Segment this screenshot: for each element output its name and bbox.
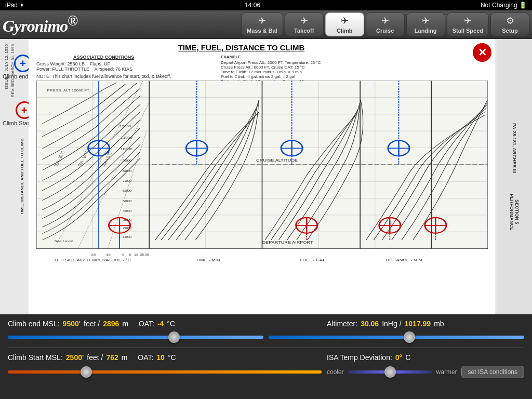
svg-text:35: 35	[144, 253, 149, 256]
altimeter-slider-container	[269, 332, 524, 342]
chart-title-area: TIME, FUEL, DISTANCE TO CLIMB	[29, 43, 454, 52]
climb-start-oat-unit: °C	[168, 353, 176, 362]
isa-slider-container	[348, 367, 432, 377]
section-label: SECTION 5 PERFORMANCE	[509, 194, 520, 231]
chart-area: ✕ TIME, FUEL, DISTANCE TO CLIMB ASSOCIAT…	[29, 39, 496, 314]
climb-end-row: Climb end MSL: 9500' feet / 2896 m OAT: …	[8, 320, 322, 328]
isa-slider-thumb[interactable]	[384, 366, 396, 378]
chart-title: TIME, FUEL, DISTANCE TO CLIMB	[29, 43, 454, 52]
climb-end-feet: 9500'	[63, 320, 81, 328]
climb-start-slider-thumb[interactable]	[81, 366, 92, 378]
altimeter-slider-thumb[interactable]	[404, 331, 415, 343]
tab-landing[interactable]: ✈ Landing	[406, 12, 445, 36]
divider-1	[8, 348, 524, 348]
altimeter-label: Altimeter:	[327, 320, 357, 328]
tab-landing-label: Landing	[415, 28, 437, 34]
tab-mass-bal-icon: ✈	[258, 15, 266, 26]
svg-text:TIME - MIN.: TIME - MIN.	[196, 259, 221, 262]
nav-bar: Gyronimo® ✈ Mass & Bal ✈ Takeoff ✈ Climb…	[0, 10, 532, 39]
tab-mass-bal-label: Mass & Bal	[247, 28, 277, 34]
svg-text:DEPARTURE AIRPORT: DEPARTURE AIRPORT	[262, 241, 313, 244]
tab-climb-label: Climb	[337, 28, 353, 34]
left-sidebar: ISSUED: JULY 12, 1995 REVISED: MARCH 31,…	[0, 39, 29, 314]
svg-text:9000: 9000	[123, 159, 132, 162]
climb-end-slider-container	[8, 332, 263, 342]
climb-start-msl-label: Climb Start MSL:	[8, 353, 63, 362]
tab-takeoff-icon: ✈	[300, 15, 308, 26]
tab-stall-speed-label: Stall Speed	[453, 28, 483, 34]
tab-cruise[interactable]: ✈ Cruise	[366, 12, 405, 36]
svg-text:11000: 11000	[121, 136, 132, 139]
tab-climb[interactable]: ✈ Climb	[325, 12, 364, 36]
logo-reg: ®	[68, 13, 77, 29]
control-row-1: Climb end MSL: 9500' feet / 2896 m OAT: …	[8, 320, 524, 328]
climb-start-feet-unit: feet /	[87, 353, 103, 362]
right-sidebar: PA-28-181, ARCHER III SECTION 5 PERFORMA…	[496, 39, 532, 314]
svg-text:7000: 7000	[123, 179, 132, 182]
conditions-area: ASSOCIATED CONDITIONS Gross Weight: 2550…	[36, 55, 171, 79]
aircraft-model: PA-28-181, ARCHER III	[511, 123, 517, 173]
altimeter-mb-unit: mb	[434, 320, 444, 328]
main-content: ISSUED: JULY 12, 1995 REVISED: MARCH 31,…	[0, 39, 532, 314]
climb-end-feet-unit: feet /	[84, 320, 100, 328]
svg-text:6000: 6000	[123, 189, 132, 192]
isa-slider-row: cooler warmer set ISA conditions	[327, 366, 524, 378]
power-value: FULL THROTTLE	[52, 66, 90, 72]
slider-row-2: cooler warmer set ISA conditions	[8, 366, 524, 378]
aircraft-model-label: PA-28-181, ARCHER III	[511, 123, 517, 173]
tab-cruise-icon: ✈	[381, 15, 389, 26]
status-left: iPad ✦	[5, 2, 24, 9]
altimeter-inhg: 30.06	[361, 320, 379, 328]
svg-text:5: 5	[129, 253, 131, 256]
logo-text: Gyronimo®	[3, 17, 77, 35]
example-line-3: Fuel to Climb: 4 gal. minus 2 gal. = 2 g…	[221, 74, 321, 79]
control-row-3: Climb Start MSL: 2500' feet / 762 m OAT:…	[8, 353, 524, 362]
tab-setup-icon: ⚙	[506, 15, 514, 26]
status-bar: iPad ✦ 14:06 Not Charging 🔋	[0, 0, 532, 10]
logo: Gyronimo®	[3, 13, 107, 36]
tab-stall-speed[interactable]: ✈ Stall Speed	[447, 12, 489, 36]
status-right: Not Charging 🔋	[481, 2, 527, 9]
tab-climb-icon: ✈	[341, 15, 349, 26]
svg-text:PRESS. ALT 12000 FT: PRESS. ALT 12000 FT	[47, 89, 90, 92]
status-time: 14:06	[245, 2, 260, 9]
tab-setup[interactable]: ⚙ Setup	[490, 12, 529, 36]
isa-cooler-label: cooler	[327, 368, 344, 376]
tab-mass-bal[interactable]: ✈ Mass & Bal	[241, 12, 283, 36]
example-line-0: Depart Airport Press Alt.: 2000 FT. Temp…	[221, 60, 321, 65]
svg-text:Sea Level: Sea Level	[54, 240, 73, 243]
flaps-label: Flaps:	[90, 61, 103, 66]
climb-end-slider-track	[8, 336, 263, 339]
bottom-controls: Climb end MSL: 9500' feet / 2896 m OAT: …	[0, 314, 532, 399]
close-button[interactable]: ✕	[473, 43, 491, 62]
altimeter-slider-track	[269, 336, 524, 339]
climb-start-slider-track	[8, 370, 322, 374]
example-label: EXAMPLE	[221, 55, 321, 59]
svg-text:1000: 1000	[123, 235, 132, 238]
altimeter-mb: 1017.99	[405, 320, 431, 328]
svg-text:8000: 8000	[123, 169, 132, 172]
climb-end-m-unit: m	[122, 320, 128, 328]
tab-landing-icon: ✈	[422, 15, 430, 26]
svg-text:-25: -25	[90, 253, 96, 256]
tab-setup-label: Setup	[502, 28, 518, 34]
airspeed-value: 76 KIAS	[115, 66, 132, 72]
svg-text:12000: 12000	[119, 125, 131, 128]
climb-end-slider-thumb[interactable]	[168, 331, 180, 343]
example-line-2: Time to Climb: 12 min. minus 3 min. = 9 …	[221, 70, 321, 74]
tab-takeoff-label: Takeoff	[294, 28, 314, 34]
climb-end-oat-value: -4	[157, 320, 164, 328]
isa-label-row: ISA Temp Deviation: 0° C	[327, 353, 524, 362]
tab-takeoff[interactable]: ✈ Takeoff	[285, 12, 324, 36]
climb-end-meters: 2896	[103, 320, 119, 328]
climb-end-oat-unit: °C	[167, 320, 175, 328]
set-isa-button[interactable]: set ISA conditions	[461, 366, 524, 378]
gross-weight-label: Gross Weight:	[36, 61, 66, 66]
climb-start-row: Climb Start MSL: 2500' feet / 762 m OAT:…	[8, 353, 322, 362]
altimeter-row: Altimeter: 30.06 InHg / 1017.99 mb	[327, 320, 524, 328]
svg-text:10000: 10000	[121, 148, 132, 151]
flaps-value: UP	[104, 61, 111, 66]
svg-text:-15: -15	[104, 253, 111, 256]
isa-warmer-label: warmer	[436, 368, 457, 376]
climb-start-slider-container	[8, 367, 322, 377]
